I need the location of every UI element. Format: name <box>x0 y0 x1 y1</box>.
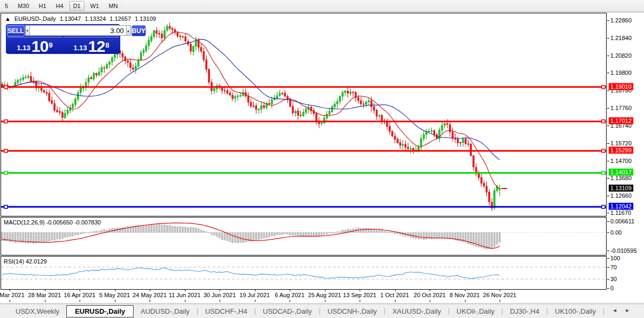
chart-tab-usdchf[interactable]: USDCHF-,H4 <box>198 306 254 317</box>
open-value: 1.13047 <box>60 15 81 22</box>
date-axis-label: 5 May 2021 <box>99 292 130 298</box>
collapse-trade-panel-icon[interactable]: ▲ <box>5 15 11 22</box>
date-axis-label: 24 May 2021 <box>133 292 167 298</box>
date-axis-label: 1 Oct 2021 <box>381 292 409 298</box>
date-axis-label: 8 Nov 2021 <box>449 292 479 298</box>
date-axis-tick <box>150 300 150 302</box>
level-anchor-marker <box>4 205 7 208</box>
macd-axis-tick <box>607 232 609 233</box>
macd-pane[interactable]: MACD(12,26,9) -0.005650 -0.007830 <box>1 217 607 255</box>
price-axis-tick-label: 1.17760 <box>610 105 632 111</box>
sell-button[interactable]: SELL <box>7 25 25 36</box>
price-axis-tick-label: 1.22860 <box>610 17 632 24</box>
price-axis-tick-label: 1.15720 <box>610 140 632 146</box>
volume-decrease-button[interactable]: ▼ <box>25 25 30 36</box>
timeframe-button-h1[interactable]: H1 <box>35 1 50 11</box>
date-axis-tick <box>500 300 500 302</box>
close-value: 1.13109 <box>135 15 156 22</box>
macd-axis-tick <box>607 221 609 222</box>
date-axis-tick <box>255 289 255 291</box>
price-axis-tick <box>607 20 609 21</box>
level-anchor-marker <box>4 149 7 152</box>
trade-panel-top-row: SELL ▼ ▲ BUY <box>6 25 120 36</box>
chart-tab-usdx[interactable]: USDX,Weekly <box>9 306 66 317</box>
price-axis-tick <box>607 108 609 108</box>
volume-input[interactable] <box>30 25 126 36</box>
date-axis-label: 11 Jun 2021 <box>169 292 201 298</box>
date-axis-tick <box>185 289 185 291</box>
rsi-pane[interactable]: RSI(14) 42.0129 <box>1 256 607 290</box>
price-axis-tick-label: 1.21840 <box>610 35 632 41</box>
tab-scroll-right-icon[interactable]: ► <box>625 307 638 313</box>
chart-tab-xauusd[interactable]: XAUUSD-,Daily <box>385 306 448 317</box>
date-axis-tick <box>465 300 465 302</box>
date-axis-label: 9 Mar 2021 <box>0 292 25 298</box>
chart-tab-usdcnh[interactable]: USDCNH-,Daily <box>321 306 384 317</box>
timeframe-button-d1[interactable]: D1 <box>69 1 84 11</box>
chart-tab-audusd[interactable]: AUDUSD-,Daily <box>134 306 197 317</box>
chart-ohlc-header: ▲ EURUSD-,Daily 1.13047 1.13324 1.12657 … <box>5 15 158 22</box>
date-axis-tick <box>10 300 10 302</box>
price-axis-tick <box>607 213 609 213</box>
price-pane[interactable]: ▲ EURUSD-,Daily 1.13047 1.13324 1.12657 … <box>1 13 607 216</box>
rsi-indicator-label: RSI(14) 42.0129 <box>4 258 47 265</box>
level-price-badge: 1.19010 <box>609 83 633 90</box>
date-axis-label: 26 Nov 2021 <box>483 292 516 298</box>
date-axis-tick <box>500 289 500 291</box>
timeframe-button-m30[interactable]: M30 <box>14 1 33 11</box>
rsi-axis-tick <box>607 258 609 259</box>
level-anchor-marker <box>4 86 7 89</box>
date-axis-tick <box>360 289 360 291</box>
level-price-badge: 1.17012 <box>609 118 633 125</box>
level-anchor-marker <box>4 120 7 123</box>
price-axis-tick <box>607 73 609 73</box>
buy-price-big: 12 <box>88 40 105 53</box>
date-axis-tick <box>395 289 395 291</box>
level-anchor-marker <box>602 171 605 174</box>
macd-axis-label: 0.00 <box>610 229 622 236</box>
volume-increase-button[interactable]: ▲ <box>126 25 131 36</box>
date-axis-tick <box>80 289 80 291</box>
ma-fast-line <box>2 32 500 189</box>
level-anchor-marker <box>602 149 605 152</box>
buy-button[interactable]: BUY <box>131 25 146 36</box>
date-axis-label: 30 Jun 2021 <box>204 292 236 298</box>
chart-tab-eurusd[interactable]: EURUSD-,Daily <box>66 305 134 317</box>
chart-tab-ukoil[interactable]: UKOil-,Daily <box>449 306 501 317</box>
timeframe-toolbar: 5M30H1H4D1W1MN <box>0 0 644 12</box>
date-axis-tick <box>430 289 430 291</box>
level-price-badge: 1.14017 <box>609 169 633 176</box>
date-axis-tick <box>255 300 255 302</box>
price-axis-tick <box>607 56 609 56</box>
date-axis-tick <box>80 300 80 302</box>
level-price-badge: 1.15299 <box>609 147 633 154</box>
timeframe-button-w1[interactable]: W1 <box>87 1 103 11</box>
level-anchor-marker <box>4 171 7 174</box>
buy-price-display[interactable]: 1.13 12 8 <box>64 37 119 55</box>
timeframe-button-mn[interactable]: MN <box>105 1 121 11</box>
price-axis-tick-label: 1.12660 <box>610 192 632 199</box>
symbol-title: EURUSD-,Daily <box>14 15 56 22</box>
timeframe-button-h4[interactable]: H4 <box>52 1 67 11</box>
low-value: 1.12657 <box>110 15 131 22</box>
date-axis-tick <box>465 289 465 291</box>
rsi-axis-label: 0 <box>610 285 614 291</box>
timeframe-button-5[interactable]: 5 <box>1 1 12 11</box>
date-axis-tick <box>45 289 45 291</box>
macd-axis-tick <box>607 251 609 251</box>
tab-scroll-left-icon[interactable]: ◄ <box>612 307 625 313</box>
level-anchor-marker <box>602 205 605 208</box>
mt4-terminal: 5M30H1H4D1W1MN ▲ EURUSD-,Daily 1.13047 1… <box>0 0 644 318</box>
sell-price-display[interactable]: 1.13 10 9 <box>7 37 63 55</box>
date-axis-tick <box>150 289 150 291</box>
price-axis-tick-label: 1.14700 <box>610 158 632 164</box>
chart-tab-uk100[interactable]: UK100-,Daily <box>548 306 603 317</box>
macd-axis-label: 0.006611 <box>610 218 634 224</box>
date-axis-tick <box>430 300 430 302</box>
macd-histogram <box>2 224 501 250</box>
sell-price-big: 10 <box>32 40 48 53</box>
chart-tab-usdcad[interactable]: USDCAD-,Daily <box>256 306 319 317</box>
toolbar-separator <box>126 2 126 10</box>
chart-tab-dj30[interactable]: DJ30-,H4 <box>503 306 546 317</box>
price-axis-tick <box>607 143 609 144</box>
